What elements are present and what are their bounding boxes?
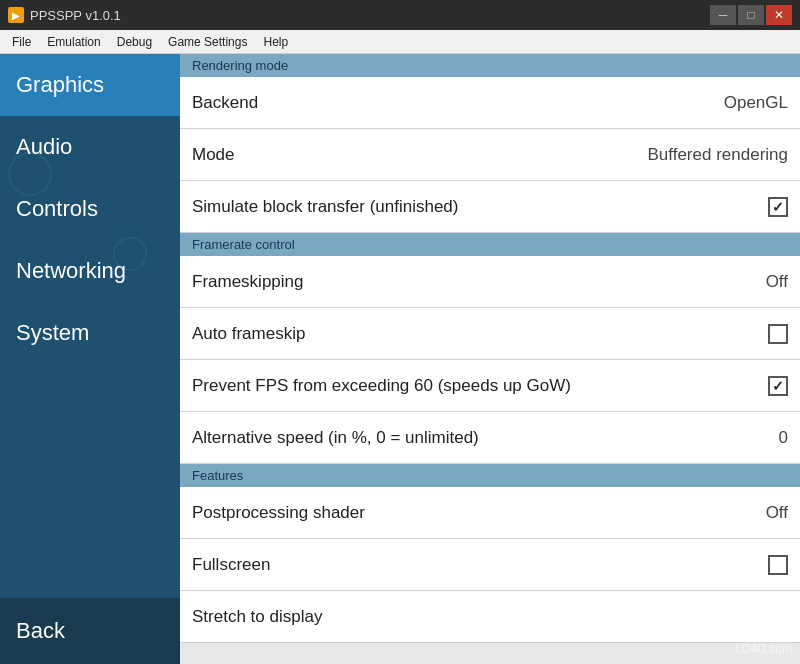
setting-label: Frameskipping	[192, 272, 758, 292]
setting-checkbox[interactable]	[768, 555, 788, 575]
setting-value: Off	[758, 503, 788, 523]
setting-label: Mode	[192, 145, 647, 165]
main-layout: GraphicsAudioControlsNetworkingSystemBac…	[0, 54, 800, 664]
minimize-button[interactable]: ─	[710, 5, 736, 25]
setting-row[interactable]: Stretch to display	[180, 591, 800, 643]
setting-checkbox[interactable]	[768, 376, 788, 396]
setting-label: Prevent FPS from exceeding 60 (speeds up…	[192, 376, 768, 396]
setting-label: Backend	[192, 93, 724, 113]
setting-checkbox[interactable]	[768, 197, 788, 217]
maximize-button[interactable]: □	[738, 5, 764, 25]
setting-row[interactable]: Alternative speed (in %, 0 = unlimited)0	[180, 412, 800, 464]
sidebar-item-graphics[interactable]: Graphics	[0, 54, 180, 116]
setting-row[interactable]: Simulate block transfer (unfinished)	[180, 181, 800, 233]
sidebar-item-audio[interactable]: Audio	[0, 116, 180, 178]
titlebar: ▶ PPSSPP v1.0.1 ─ □ ✕	[0, 0, 800, 30]
setting-label: Alternative speed (in %, 0 = unlimited)	[192, 428, 758, 448]
menubar: FileEmulationDebugGame SettingsHelp	[0, 30, 800, 54]
window-title: PPSSPP v1.0.1	[30, 8, 121, 23]
section-header: Features	[180, 464, 800, 487]
setting-row[interactable]: FrameskippingOff	[180, 256, 800, 308]
close-button[interactable]: ✕	[766, 5, 792, 25]
menu-item-game-settings[interactable]: Game Settings	[160, 33, 255, 51]
titlebar-left: ▶ PPSSPP v1.0.1	[8, 7, 121, 23]
setting-row[interactable]: Postprocessing shaderOff	[180, 487, 800, 539]
settings-content[interactable]: Rendering modeBackendOpenGLModeBuffered …	[180, 54, 800, 664]
sidebar-item-networking[interactable]: Networking	[0, 240, 180, 302]
back-button[interactable]: Back	[0, 598, 180, 664]
menu-item-file[interactable]: File	[4, 33, 39, 51]
app-icon: ▶	[8, 7, 24, 23]
section-header: Rendering mode	[180, 54, 800, 77]
setting-label: Simulate block transfer (unfinished)	[192, 197, 768, 217]
setting-value: Buffered rendering	[647, 145, 788, 165]
setting-row[interactable]: Fullscreen	[180, 539, 800, 591]
menu-item-help[interactable]: Help	[255, 33, 296, 51]
setting-row[interactable]: BackendOpenGL	[180, 77, 800, 129]
watermark: LO4D.com	[735, 642, 792, 656]
setting-label: Fullscreen	[192, 555, 768, 575]
setting-row[interactable]: Auto frameskip	[180, 308, 800, 360]
setting-label: Postprocessing shader	[192, 503, 758, 523]
setting-label: Auto frameskip	[192, 324, 768, 344]
setting-label: Stretch to display	[192, 607, 788, 627]
menu-item-emulation[interactable]: Emulation	[39, 33, 108, 51]
section-header: Framerate control	[180, 233, 800, 256]
sidebar-item-controls[interactable]: Controls	[0, 178, 180, 240]
sidebar: GraphicsAudioControlsNetworkingSystemBac…	[0, 54, 180, 664]
menu-item-debug[interactable]: Debug	[109, 33, 160, 51]
setting-row[interactable]: Prevent FPS from exceeding 60 (speeds up…	[180, 360, 800, 412]
setting-value: OpenGL	[724, 93, 788, 113]
setting-value: Off	[758, 272, 788, 292]
sidebar-item-system[interactable]: System	[0, 302, 180, 364]
setting-value: 0	[758, 428, 788, 448]
setting-row[interactable]: ModeBuffered rendering	[180, 129, 800, 181]
setting-checkbox[interactable]	[768, 324, 788, 344]
window-controls[interactable]: ─ □ ✕	[710, 5, 792, 25]
